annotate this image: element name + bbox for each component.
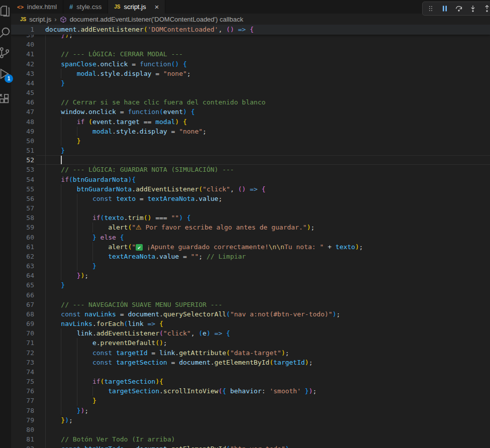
line-number[interactable]: 61 (11, 242, 34, 252)
code-line[interactable]: 53 // --- LÓGICA: GUARDAR NOTA (SIMULACI… (11, 165, 490, 174)
line-number[interactable]: 48 (11, 117, 34, 127)
line-number[interactable]: 62 (11, 252, 34, 261)
files-icon[interactable] (0, 5, 11, 18)
line-number[interactable]: 54 (11, 175, 34, 184)
line-number[interactable]: 63 (11, 261, 34, 271)
line-number[interactable]: 71 (11, 338, 34, 348)
code-line[interactable]: 76 targetSection.scrollIntoView({ behavi… (11, 386, 490, 396)
line-number[interactable]: 60 (11, 233, 34, 242)
line-number[interactable]: 74 (11, 367, 34, 377)
code-line[interactable]: 67 // --- NAVEGACIÓN SUAVE MENU SUPERIOR… (11, 300, 490, 309)
code-line[interactable]: 61 alert("✔ ¡Apunte guardado correctamen… (11, 242, 490, 252)
line-number[interactable]: 64 (11, 271, 34, 280)
line-number[interactable]: 73 (11, 358, 34, 367)
line-number[interactable]: 50 (11, 136, 34, 146)
step-into-icon[interactable] (467, 3, 479, 14)
code-line[interactable]: 56 const texto = textAreaNota.value; (11, 194, 490, 203)
code-line[interactable]: 43 modal.style.display = "none"; (11, 69, 490, 78)
code-line[interactable]: 65 } (11, 280, 490, 290)
line-number[interactable]: 57 (11, 203, 34, 213)
code-line[interactable]: 75 if(targetSection){ (11, 377, 490, 386)
code-line[interactable]: 60 } else { (11, 233, 490, 242)
sticky-scroll-line[interactable]: 1 document.addEventListener('DOMContentL… (11, 25, 490, 35)
line-number[interactable]: 67 (11, 300, 34, 309)
code-line[interactable]: 51 } (11, 146, 490, 155)
line-number[interactable]: 69 (11, 319, 34, 328)
line-number[interactable]: 43 (11, 69, 34, 78)
line-number[interactable]: 47 (11, 107, 34, 117)
line-number[interactable]: 65 (11, 280, 34, 290)
line-number[interactable]: 75 (11, 377, 34, 386)
code-line[interactable]: 49 modal.style.display = "none"; (11, 127, 490, 136)
line-number[interactable]: 53 (11, 165, 34, 174)
code-line[interactable]: 54 if(btnGuardarNota){ (11, 175, 490, 184)
breadcrumb-symbol[interactable]: document.addEventListener('DOMContentLoa… (70, 16, 243, 23)
code-line[interactable]: 81 // Botón Ver Todo (Ir arriba) (11, 434, 490, 444)
code-line[interactable]: 44 } (11, 78, 490, 88)
line-number[interactable]: 78 (11, 406, 34, 415)
code-line[interactable]: 40 (11, 40, 490, 49)
code-line[interactable]: 66 (11, 290, 490, 300)
code-line[interactable]: 62 textAreaNota.value = ""; // Limpiar (11, 252, 490, 261)
code-line[interactable]: 50 } (11, 136, 490, 146)
code-line[interactable]: 45 (11, 88, 490, 97)
code-line[interactable]: 72 const targetId = link.getAttribute("d… (11, 348, 490, 358)
line-number[interactable]: 49 (11, 127, 34, 136)
code-line[interactable]: 47 window.onclick = function(event) { (11, 107, 490, 117)
code-line[interactable]: 59 alert("⚠ Por favor escribe algo antes… (11, 222, 490, 232)
line-number[interactable]: 55 (11, 184, 34, 194)
extensions-icon[interactable] (0, 92, 11, 105)
line-number[interactable]: 52 (11, 155, 34, 165)
code-line[interactable]: 79 }); (11, 415, 490, 425)
code-editor[interactable]: 39 });4041 // --- LÓGICA: CERRAR MODAL -… (11, 25, 490, 448)
code-line[interactable]: 41 // --- LÓGICA: CERRAR MODAL --- (11, 49, 490, 59)
code-line[interactable]: 82 const btnVerTodo = document.getElemen… (11, 444, 490, 448)
step-out-icon[interactable] (481, 3, 490, 14)
code-line[interactable]: 55 btnGuardarNota.addEventListener("clic… (11, 184, 490, 194)
code-line[interactable]: 73 const targetSection = document.getEle… (11, 358, 490, 367)
code-line[interactable]: 80 (11, 425, 490, 434)
line-number[interactable]: 72 (11, 348, 34, 358)
code-line[interactable]: 64 }); (11, 271, 490, 280)
line-number[interactable]: 79 (11, 415, 34, 425)
tab-index-html[interactable]: <> index.html (11, 0, 63, 14)
line-number[interactable]: 58 (11, 213, 34, 222)
code-line[interactable]: 77 } (11, 396, 490, 405)
code-line[interactable]: 52 (11, 155, 490, 165)
breadcrumb-file[interactable]: script.js (29, 16, 51, 23)
line-number[interactable]: 56 (11, 194, 34, 203)
line-number[interactable]: 77 (11, 396, 34, 405)
line-number[interactable]: 68 (11, 309, 34, 319)
line-number[interactable]: 66 (11, 290, 34, 300)
line-number[interactable]: 51 (11, 146, 34, 155)
tab-style-css[interactable]: # style.css (63, 0, 108, 14)
code-line[interactable]: 70 link.addEventListener("click", (e) =>… (11, 328, 490, 338)
code-line[interactable]: 63 } (11, 261, 490, 271)
line-number[interactable]: 44 (11, 78, 34, 88)
toolbar-grip-icon[interactable] (425, 3, 437, 14)
line-number[interactable]: 70 (11, 328, 34, 338)
code-line[interactable]: 69 navLinks.forEach(link => { (11, 319, 490, 328)
code-line[interactable]: 48 if (event.target == modal) { (11, 117, 490, 127)
line-number[interactable]: 45 (11, 88, 34, 97)
code-line[interactable]: 46 // Cerrar si se hace clic fuera del c… (11, 97, 490, 107)
line-number[interactable]: 80 (11, 425, 34, 434)
source-control-icon[interactable] (0, 46, 11, 59)
code-line[interactable]: 58 if(texto.trim() === "") { (11, 213, 490, 222)
line-number[interactable]: 82 (11, 444, 34, 448)
line-number[interactable]: 59 (11, 222, 34, 232)
line-number[interactable]: 76 (11, 386, 34, 396)
close-tab-icon[interactable]: × (154, 3, 159, 11)
code-line[interactable]: 71 e.preventDefault(); (11, 338, 490, 348)
step-over-icon[interactable] (453, 3, 465, 14)
code-line[interactable]: 42 spanClose.onclick = function() { (11, 59, 490, 69)
code-line[interactable]: 68 const navLinks = document.querySelect… (11, 309, 490, 319)
code-line[interactable]: 57 (11, 203, 490, 213)
code-line[interactable]: 78 }); (11, 406, 490, 415)
tab-script-js[interactable]: JS script.js × (108, 0, 165, 14)
code-line[interactable]: 74 (11, 367, 490, 377)
line-number[interactable]: 81 (11, 434, 34, 444)
search-icon[interactable] (0, 26, 11, 39)
line-number[interactable]: 46 (11, 97, 34, 107)
pause-icon[interactable] (439, 3, 451, 14)
